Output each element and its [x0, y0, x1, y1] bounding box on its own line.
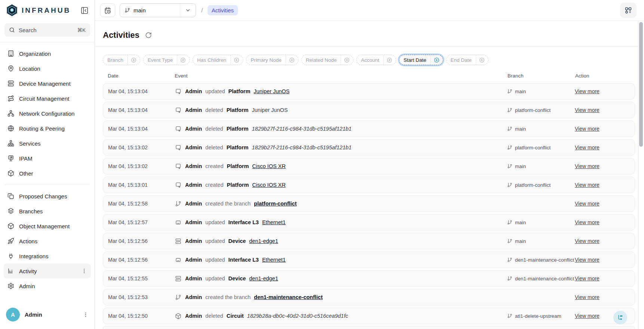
plus-circle-icon[interactable] — [476, 55, 488, 65]
event-object-name[interactable]: Ethernet1 — [262, 257, 286, 263]
table-row[interactable]: Mar 04, 15:12:53 Admin created the branc… — [103, 289, 635, 305]
filter-chip[interactable]: Branch — [103, 55, 140, 65]
sidebar-item[interactable]: IPAM — [4, 151, 91, 166]
schema-visualizer-button[interactable] — [620, 3, 637, 18]
collapse-sidebar-icon[interactable] — [80, 6, 89, 15]
view-more-link[interactable]: View more — [575, 313, 599, 319]
row-branch — [507, 295, 575, 300]
table-row[interactable]: Mar 04, 15:12:56 Admin updated Interface… — [103, 252, 635, 268]
event-object-name[interactable]: 1829b28a-db0c-40d2-31d0-c516cea9d1fc — [247, 313, 348, 319]
server-icon — [175, 275, 181, 282]
event-object-name[interactable]: Ethernet1 — [262, 219, 286, 225]
sidebar-item[interactable]: Admin — [4, 278, 91, 293]
search-input[interactable]: Search ⌘K — [4, 23, 90, 37]
event-object-name[interactable]: 1829b27f-2116-c984-31db-c5195af121b1 — [252, 144, 352, 150]
table-row[interactable]: Mar 04, 15:12:55 Admin updated Device de… — [103, 270, 635, 287]
user-menu[interactable]: A Admin — [0, 302, 95, 329]
refresh-icon[interactable] — [145, 32, 152, 39]
view-more-link[interactable]: View more — [575, 163, 599, 169]
event-object-name[interactable]: den1-edge1 — [249, 238, 278, 244]
row-action: View more — [575, 88, 635, 94]
view-more-link[interactable]: View more — [575, 88, 599, 94]
filter-chip[interactable]: Has Children — [193, 55, 243, 65]
table-row[interactable]: Mar 04, 15:12:50 Admin deleted Circuit 1… — [103, 308, 635, 324]
scrollbar-thumb[interactable] — [639, 22, 643, 147]
event-object-name[interactable]: den1-edge1 — [249, 275, 278, 281]
table-row[interactable]: Mar 04, 15:13:02 Admin deleted Platform … — [103, 139, 635, 156]
event-object-name[interactable]: den1-maintenance-conflict — [254, 294, 323, 300]
event-object-name[interactable]: Juniper JunOS — [252, 107, 288, 113]
view-more-link[interactable]: View more — [575, 219, 599, 225]
event-action: created — [205, 182, 223, 188]
filter-chip[interactable]: Start Date — [399, 55, 443, 65]
plus-circle-icon[interactable] — [383, 55, 396, 65]
plus-circle-icon[interactable] — [177, 55, 189, 65]
sidebar-item[interactable]: Location — [4, 61, 91, 76]
sidebar-item[interactable]: Branches — [4, 204, 91, 219]
event-object-name[interactable]: Juniper JunOS — [254, 88, 289, 94]
sidebar-item[interactable]: Proposed Changes — [4, 189, 91, 204]
sidebar-item[interactable]: Routing & Peering — [4, 121, 91, 136]
sidebar-item[interactable]: Other — [4, 166, 91, 181]
time-travel-button[interactable] — [100, 3, 115, 17]
sidebar-item[interactable]: Actions — [4, 234, 91, 249]
view-more-link[interactable]: View more — [575, 275, 599, 281]
event-object-name[interactable]: 1829b27f-2116-c984-31db-c5195af121b1 — [252, 126, 352, 132]
branch-name: main — [515, 89, 526, 94]
view-more-link[interactable]: View more — [575, 257, 599, 263]
plus-circle-icon[interactable] — [230, 55, 243, 65]
view-more-link[interactable]: View more — [575, 238, 599, 244]
event-object-name[interactable]: platform-conflict — [254, 201, 297, 207]
branch-selector[interactable]: main — [120, 3, 196, 17]
platform-icon — [175, 126, 181, 132]
infrahub-logo-icon — [6, 4, 18, 17]
plus-circle-icon[interactable] — [341, 55, 353, 65]
row-branch: atl1-delete-upstream — [507, 313, 575, 319]
branch-name: main — [515, 238, 526, 244]
sidebar-item[interactable]: Organization — [4, 46, 91, 61]
view-more-link[interactable]: View more — [575, 294, 599, 300]
view-more-link[interactable]: View more — [575, 144, 599, 150]
hierarchy-toggle-button[interactable] — [613, 311, 627, 325]
table-row[interactable]: Mar 04, 15:13:04 Admin updated Platform … — [103, 83, 635, 100]
plus-circle-icon[interactable] — [286, 55, 298, 65]
event-actor: Admin — [185, 107, 202, 113]
user-name: Admin — [25, 311, 42, 318]
filter-chip[interactable]: Event Type — [143, 55, 190, 65]
sidebar-item[interactable]: Object Management — [4, 219, 91, 234]
kebab-icon[interactable] — [81, 268, 87, 274]
sidebar-item[interactable]: Network Configuration — [4, 106, 91, 121]
plus-circle-icon[interactable] — [128, 55, 140, 65]
table-row[interactable]: Mar 04, 15:13:02 Admin created Platform … — [103, 158, 635, 174]
git-branch-icon — [507, 313, 512, 319]
table-row[interactable]: Mar 04, 15:12:57 Admin updated Interface… — [103, 214, 635, 231]
user-kebab-icon[interactable] — [83, 312, 89, 318]
view-more-link[interactable]: View more — [575, 126, 599, 132]
table-row[interactable]: Mar 04, 15:13:01 Admin created Platform … — [103, 177, 635, 193]
sidebar-item[interactable]: Circuit Management — [4, 91, 91, 106]
header-divider — [95, 46, 644, 47]
view-more-link[interactable]: View more — [575, 201, 599, 207]
filter-chip[interactable]: Related Node — [301, 55, 354, 65]
event-object-name[interactable]: Cisco IOS XR — [252, 163, 285, 169]
view-more-link[interactable]: View more — [575, 107, 599, 113]
sidebar-item[interactable]: Activity — [4, 263, 91, 278]
filter-chip[interactable]: Account — [356, 55, 396, 65]
filter-chip[interactable]: Primary Node — [246, 55, 298, 65]
plus-circle-icon[interactable] — [430, 55, 443, 65]
table-row[interactable]: Mar 04, 15:13:04 Admin deleted Platform … — [103, 121, 635, 137]
sidebar-item[interactable]: Services — [4, 136, 91, 151]
sidebar-item[interactable]: Device Management — [4, 76, 91, 91]
table-row[interactable]: Mar 04, 15:13:04 Admin deleted Platform … — [103, 102, 635, 118]
event-object-name[interactable]: Cisco IOS XR — [252, 182, 285, 188]
bar-chart-icon — [7, 268, 14, 274]
view-more-link[interactable]: View more — [575, 182, 599, 188]
sidebar-item[interactable]: Integrations — [4, 249, 91, 263]
search-placeholder: Search — [19, 27, 37, 33]
branch-selector-caret[interactable] — [180, 4, 196, 17]
table-row[interactable]: Mar 04, 15:12:58 Admin created the branc… — [103, 195, 635, 212]
filter-chip[interactable]: End Date — [446, 55, 488, 65]
table-row[interactable]: Mar 04, 15:12:56 Admin updated Device de… — [103, 233, 635, 249]
breadcrumb-activities[interactable]: Activities — [208, 5, 238, 15]
logo[interactable]: INFRAHUB — [6, 4, 71, 17]
